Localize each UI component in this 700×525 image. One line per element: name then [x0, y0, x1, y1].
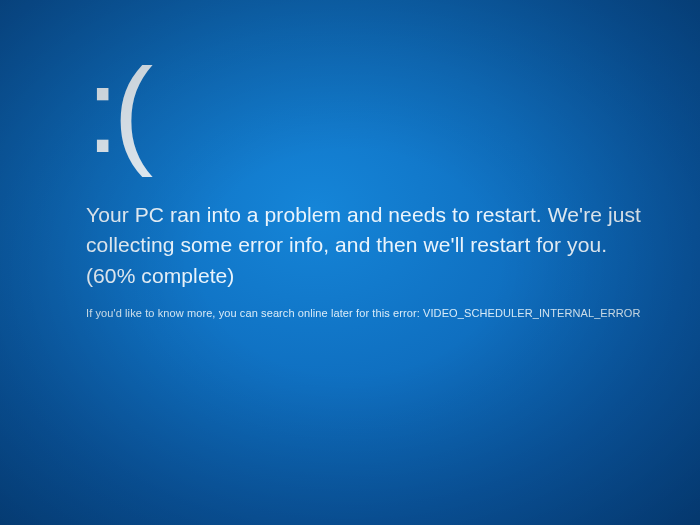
sad-face-emoticon: :(	[86, 50, 646, 170]
bsod-screen: :( Your PC ran into a problem and needs …	[86, 50, 646, 319]
error-hint: If you'd like to know more, you can sear…	[86, 307, 646, 319]
error-hint-prefix: If you'd like to know more, you can sear…	[86, 307, 423, 319]
error-main-message: Your PC ran into a problem and needs to …	[86, 200, 646, 291]
error-code: VIDEO_SCHEDULER_INTERNAL_ERROR	[423, 307, 641, 319]
